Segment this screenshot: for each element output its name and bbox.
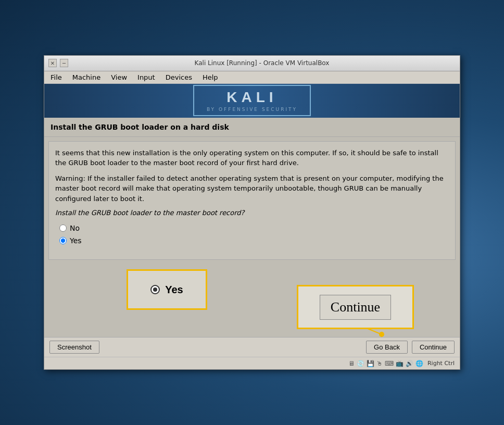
menu-view[interactable]: View — [107, 72, 131, 82]
status-icon-7: 🔊 — [406, 360, 413, 367]
status-icon-8: 🌐 — [415, 360, 423, 367]
kali-logo-main: KALI — [207, 89, 297, 106]
bottom-bar: Screenshot Go Back Continue — [44, 337, 460, 357]
yes-callout: Yes — [127, 269, 207, 310]
radio-no[interactable] — [59, 224, 67, 232]
radio-no-label: No — [70, 224, 80, 232]
yes-callout-radio-circle — [150, 285, 160, 294]
section-title: Install the GRUB boot loader on a hard d… — [44, 118, 460, 137]
status-icon-5: ⌨ — [385, 360, 394, 367]
menu-bar: File Machine View Input Devices Help — [44, 71, 460, 84]
close-button[interactable]: ✕ — [48, 59, 57, 67]
continue-callout: Continue — [297, 285, 414, 329]
radio-yes-label: Yes — [70, 236, 82, 245]
status-icon-1: 🖥 — [348, 360, 355, 367]
main-content: Install the GRUB boot loader on a hard d… — [44, 118, 460, 338]
kali-banner: KALI BY OFFENSIVE SECURITY — [44, 84, 460, 118]
status-icon-3: 💾 — [367, 360, 374, 367]
kali-logo-sub: BY OFFENSIVE SECURITY — [207, 107, 297, 112]
question-text: Install the GRUB boot loader to the mast… — [55, 209, 449, 217]
radio-group: No Yes — [55, 224, 449, 245]
menu-file[interactable]: File — [46, 72, 66, 82]
info-text: It seems that this new installation is t… — [55, 148, 449, 168]
kali-logo: KALI BY OFFENSIVE SECURITY — [193, 85, 311, 116]
go-back-button[interactable]: Go Back — [366, 341, 408, 354]
svg-point-3 — [379, 332, 384, 337]
minimize-button[interactable]: ─ — [60, 59, 68, 67]
title-bar: ✕ ─ Kali Linux [Running] - Oracle VM Vir… — [44, 56, 460, 71]
status-icon-4: 🖱 — [376, 360, 383, 367]
radio-yes[interactable] — [59, 237, 67, 244]
yes-callout-label: Yes — [165, 284, 183, 296]
content-box: It seems that this new installation is t… — [48, 141, 456, 260]
yes-callout-radio-inner — [153, 288, 157, 292]
right-ctrl-label: Right Ctrl — [427, 360, 455, 367]
radio-option-no[interactable]: No — [59, 224, 445, 232]
warning-text: Warning: If the installer failed to dete… — [55, 173, 449, 204]
status-bar: 🖥 💿 💾 🖱 ⌨ 📺 🔊 🌐 Right Ctrl — [44, 357, 460, 369]
status-icon-2: 💿 — [357, 360, 364, 367]
screenshot-button[interactable]: Screenshot — [49, 341, 99, 354]
continue-callout-button[interactable]: Continue — [320, 295, 391, 320]
menu-input[interactable]: Input — [133, 72, 159, 82]
bottom-right: Go Back Continue — [366, 341, 455, 354]
continue-button[interactable]: Continue — [412, 341, 455, 354]
bottom-left: Screenshot — [49, 341, 99, 354]
menu-machine[interactable]: Machine — [68, 72, 105, 82]
menu-devices[interactable]: Devices — [161, 72, 196, 82]
radio-option-yes[interactable]: Yes — [59, 236, 445, 245]
window-title: Kali Linux [Running] - Oracle VM Virtual… — [68, 59, 456, 67]
status-icon-6: 📺 — [396, 360, 404, 367]
virtualbox-window: ✕ ─ Kali Linux [Running] - Oracle VM Vir… — [44, 55, 460, 370]
zoom-area: Yes Continue — [48, 264, 456, 337]
title-bar-buttons: ✕ ─ — [48, 59, 68, 67]
menu-help[interactable]: Help — [198, 72, 222, 82]
